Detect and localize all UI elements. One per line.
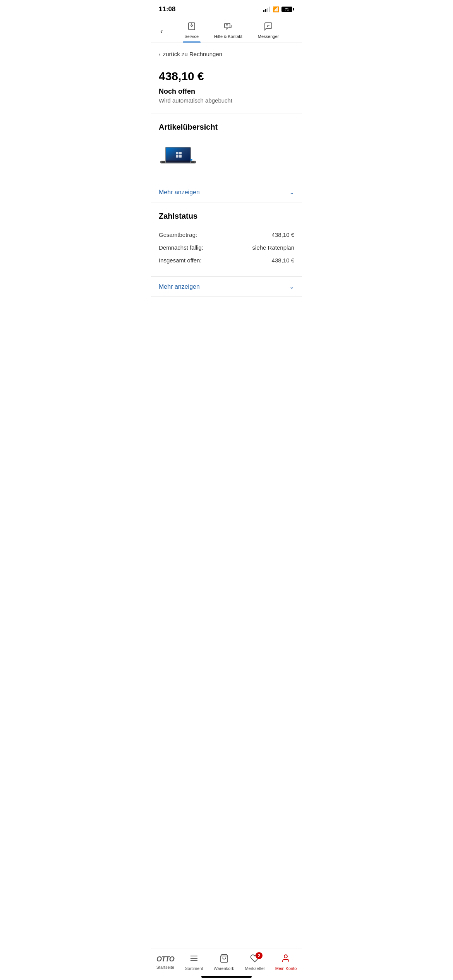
payment-row-insgesamt: Insgesamt offen: 438,10 €: [159, 254, 294, 267]
tab-hilfe-label: Hilfe & Kontakt: [214, 34, 242, 39]
tab-service[interactable]: Service: [177, 19, 206, 43]
payment-value-demnaechst: siehe Ratenplan: [252, 244, 294, 251]
mehr-anzeigen-zahlstatus[interactable]: Mehr anzeigen ⌄: [151, 276, 302, 297]
product-image: [159, 142, 197, 170]
payment-value-gesamtbetrag: 438,10 €: [272, 231, 294, 238]
tab-hilfe[interactable]: Hilfe & Kontakt: [206, 19, 250, 43]
battery-icon: 71: [281, 7, 294, 12]
top-nav: ‹ Service Hilfe & K: [151, 16, 302, 43]
service-icon: [187, 22, 196, 33]
messenger-icon: [264, 22, 273, 33]
signal-icon: [263, 7, 270, 12]
zahlstatus-title: Zahlstatus: [159, 212, 294, 221]
nav-tabs: Service Hilfe & Kontakt: [168, 19, 296, 43]
svg-rect-16: [179, 155, 182, 158]
main-content: ‹ zurück zu Rechnungen 438,10 € Noch off…: [151, 43, 302, 343]
payment-label-insgesamt: Insgesamt offen:: [159, 257, 202, 264]
invoice-status-title: Noch offen: [159, 87, 294, 96]
payment-label-gesamtbetrag: Gesamtbetrag:: [159, 231, 197, 238]
hilfe-icon: [223, 22, 233, 33]
tab-messenger[interactable]: Messenger: [250, 19, 287, 43]
svg-rect-13: [176, 152, 178, 154]
mehr-anzeigen-artikel[interactable]: Mehr anzeigen ⌄: [151, 182, 302, 202]
payment-label-demnaechst: Demnächst fällig:: [159, 244, 203, 251]
svg-rect-17: [166, 161, 190, 163]
back-to-rechnungen[interactable]: ‹ zurück zu Rechnungen: [151, 43, 302, 63]
back-chevron-icon: ‹: [159, 51, 161, 57]
mehr-anzeigen-zahlstatus-label: Mehr anzeigen: [159, 283, 200, 290]
divider: [159, 273, 294, 273]
invoice-amount: 438,10 €: [159, 70, 294, 83]
invoice-header: 438,10 € Noch offen Wird automatisch abg…: [151, 63, 302, 113]
payment-row-gesamtbetrag: Gesamtbetrag: 438,10 €: [159, 228, 294, 241]
zahlstatus-section: Zahlstatus Gesamtbetrag: 438,10 € Demnäc…: [151, 202, 302, 270]
back-link-label: zurück zu Rechnungen: [163, 51, 222, 57]
product-item: [159, 139, 294, 176]
status-bar: 11:08 📶 71: [151, 0, 302, 16]
payment-row-demnaechst: Demnächst fällig: siehe Ratenplan: [159, 241, 294, 254]
wifi-icon: 📶: [273, 6, 279, 12]
top-nav-back-button[interactable]: ‹: [157, 24, 166, 39]
chevron-down-zahlstatus-icon: ⌄: [289, 283, 294, 290]
status-icons: 📶 71: [263, 6, 294, 12]
tab-messenger-label: Messenger: [258, 34, 279, 39]
svg-point-1: [191, 25, 192, 26]
svg-rect-14: [179, 152, 182, 154]
chevron-down-artikel-icon: ⌄: [289, 188, 294, 196]
artikel-title: Artikelübersicht: [159, 123, 294, 132]
status-time: 11:08: [159, 5, 175, 13]
mehr-anzeigen-artikel-label: Mehr anzeigen: [159, 189, 200, 196]
payment-value-insgesamt: 438,10 €: [272, 257, 294, 264]
artikel-section: Artikelübersicht: [151, 113, 302, 182]
svg-rect-18: [190, 159, 192, 160]
invoice-status-sub: Wird automatisch abgebucht: [159, 97, 294, 104]
tab-service-label: Service: [184, 34, 199, 39]
svg-rect-3: [225, 23, 230, 28]
svg-rect-15: [176, 155, 178, 158]
